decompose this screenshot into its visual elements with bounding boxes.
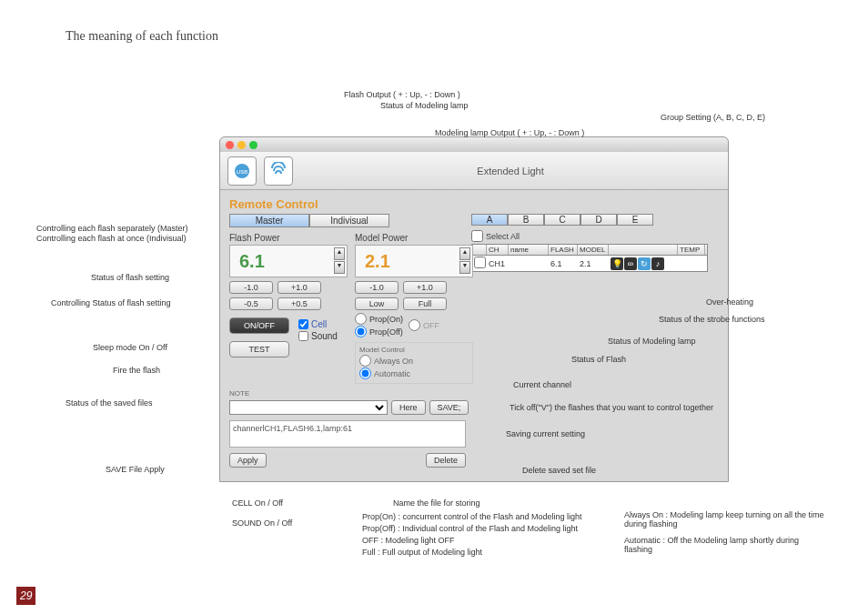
off-radio[interactable]: OFF: [409, 313, 439, 337]
svg-text:USB: USB: [237, 169, 247, 175]
flash-value: 6.1: [239, 251, 265, 272]
model-plus-1[interactable]: +1.0: [403, 281, 447, 294]
flash-minus-1[interactable]: -1.0: [229, 281, 273, 294]
titlebar: [220, 137, 728, 152]
callout: Full : Full output of Modeling light: [362, 548, 482, 557]
prop-on-radio[interactable]: Prop(On): [355, 313, 403, 325]
note-textarea[interactable]: channerlCH1,FLASH6.1,lamp:61: [229, 420, 466, 448]
callout: Status of the strobe functions: [659, 315, 765, 324]
callout: Status of Modeling lamp: [380, 101, 469, 110]
toolbar: USB Extended Light: [220, 152, 728, 190]
flash-down[interactable]: ▼: [334, 261, 345, 274]
automatic-radio[interactable]: Automatic: [359, 367, 469, 379]
model-low[interactable]: Low: [355, 297, 399, 310]
model-power-label: Model Power: [355, 233, 473, 243]
select-all[interactable]: Select All: [471, 230, 708, 242]
callout: Automatic : Off the Modeling lamp shortl…: [624, 536, 824, 554]
note-section: NOTE Here SAVE; channerlCH1,FLASH6.1,lam…: [229, 389, 719, 468]
callout: Saving current setting: [506, 429, 585, 438]
close-icon[interactable]: [226, 141, 234, 149]
model-minus-1[interactable]: -1.0: [355, 281, 399, 294]
music-icon: ♪: [651, 257, 664, 270]
callout: Status of Flash: [571, 355, 626, 364]
test-button[interactable]: TEST: [229, 341, 289, 357]
callout: Controlling each flash separately (Maste…: [36, 224, 188, 233]
save-as-button[interactable]: SAVE;: [429, 400, 469, 415]
zoom-icon[interactable]: [249, 141, 257, 149]
callout: SOUND On / Off: [232, 518, 292, 528]
callout: Delete saved set file: [522, 466, 596, 475]
delete-button[interactable]: Delete: [426, 453, 466, 468]
model-control-box: Model Control Always On Automatic: [355, 342, 473, 384]
model-power-display: 2.1 ▲▼: [355, 245, 473, 277]
always-on-radio[interactable]: Always On: [359, 355, 469, 367]
callout: OFF : Modeling light OFF: [362, 536, 455, 545]
tab-master[interactable]: Master: [229, 214, 309, 227]
group-d[interactable]: D: [580, 214, 617, 226]
model-value: 2.1: [365, 251, 390, 272]
callout: Status of the saved files: [66, 398, 153, 408]
callout: Current channel: [513, 380, 571, 389]
link-icon: ∞: [624, 257, 637, 270]
callout: CELL On / Off: [232, 498, 283, 508]
onoff-button[interactable]: ON/OFF: [229, 317, 289, 334]
refresh-icon: ↻: [638, 257, 651, 270]
group-e[interactable]: E: [617, 214, 653, 226]
apply-button[interactable]: Apply: [229, 453, 267, 468]
flash-plus-05[interactable]: +0.5: [278, 297, 321, 310]
tab-individual[interactable]: Indivisual: [309, 214, 389, 227]
device-list: Select All CHnameFLASHMODELTEMP CH1 6.1 …: [471, 230, 708, 272]
callout: Prop(Off) : Individual control of the Fl…: [362, 524, 578, 533]
group-a[interactable]: A: [471, 214, 508, 226]
callout: Modeling lamp Output ( + : Up, - : Down …: [435, 128, 584, 137]
bulb-icon: 💡: [611, 257, 623, 270]
callout: Status of flash setting: [91, 273, 169, 282]
callout: Over-heating: [706, 297, 753, 307]
callout: Name the file for storing: [393, 498, 480, 508]
row-checkbox[interactable]: [474, 257, 486, 268]
callout: SAVE File Apply: [106, 465, 165, 474]
remote-control-title: Remote Control: [229, 197, 719, 211]
sound-checkbox[interactable]: Sound: [298, 331, 338, 341]
scan-button[interactable]: [264, 156, 293, 186]
callout: Flash Output ( + : Up, - : Down ): [344, 90, 460, 99]
group-b[interactable]: B: [508, 214, 544, 226]
minimize-icon[interactable]: [237, 141, 246, 149]
window-title: Extended Light: [300, 166, 721, 176]
model-down[interactable]: ▼: [459, 261, 470, 274]
callout: Always On : Modeling lamp keep turning o…: [624, 510, 824, 528]
group-tabs: A B C D E: [471, 214, 653, 226]
flash-power-label: Flash Power: [229, 233, 348, 243]
flash-up[interactable]: ▲: [334, 247, 345, 260]
callout: Sleep mode On / Off: [93, 343, 167, 352]
page-number: 29: [16, 587, 35, 605]
flash-power-display: 6.1 ▲▼: [229, 245, 348, 277]
app-window: USB Extended Light Remote Control Master…: [219, 136, 729, 482]
callout: Prop(On) : concurrent control of the Fla…: [362, 512, 582, 521]
flash-minus-05[interactable]: -0.5: [229, 297, 273, 310]
callout: Group Setting (A, B, C, D, E): [661, 113, 765, 122]
prop-off-radio[interactable]: Prop(Off): [355, 326, 403, 337]
callout: Controlling Status of flash setting: [51, 298, 171, 307]
model-up[interactable]: ▲: [459, 247, 470, 260]
cell-checkbox[interactable]: Cell: [298, 319, 338, 329]
here-button[interactable]: Here: [391, 400, 426, 415]
callout: Tick off("V") the flashes that you want …: [510, 403, 713, 412]
flash-plus-1[interactable]: +1.0: [278, 281, 321, 294]
note-select[interactable]: [229, 400, 388, 415]
list-header: CHnameFLASHMODELTEMP: [471, 244, 708, 256]
callout: Status of Modeling lamp: [608, 337, 696, 346]
list-row[interactable]: CH1 6.1 2.1 💡 ∞ ↻ ♪: [471, 256, 708, 272]
group-c[interactable]: C: [544, 214, 580, 226]
callout: Controlling each flash at once (Indivisu…: [36, 234, 187, 243]
usb-button[interactable]: USB: [227, 156, 257, 186]
callout: Fire the flash: [113, 366, 160, 375]
page-title: The meaning of each function: [66, 29, 218, 44]
model-full[interactable]: Full: [403, 297, 447, 310]
